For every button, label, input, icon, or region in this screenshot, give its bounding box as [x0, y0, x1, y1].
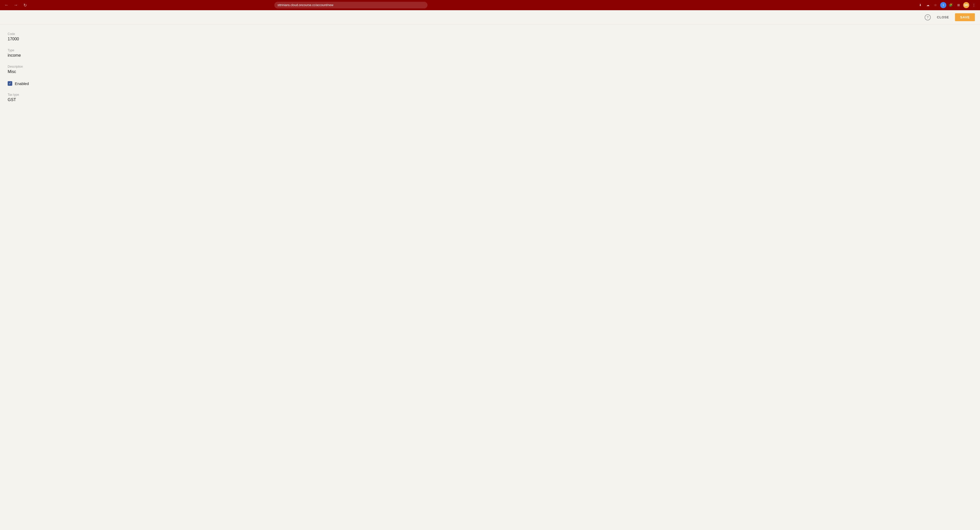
close-button[interactable]: CLOSE — [934, 14, 952, 21]
description-field-group: Description Misc — [8, 65, 972, 74]
bookmarks-icon[interactable]: ☁ — [925, 2, 931, 8]
info-icon[interactable]: i — [940, 2, 946, 8]
star-icon[interactable]: ☆ — [932, 2, 939, 8]
user-avatar[interactable]: bh — [963, 2, 969, 8]
description-value: Misc — [8, 70, 972, 74]
address-bar[interactable] — [274, 2, 428, 8]
code-field-group: Code 17000 — [8, 32, 972, 41]
description-label: Description — [8, 65, 972, 68]
enabled-row: ✓ Enabled — [8, 81, 972, 86]
grid-icon[interactable]: ⊞ — [956, 2, 962, 8]
extensions-icon[interactable]: 🧩 — [948, 2, 954, 8]
code-value: 17000 — [8, 37, 972, 41]
browser-chrome: ← → ↻ ⬇ ☁ ☆ i 🧩 ⊞ bh ⋮ — [0, 0, 980, 10]
tax-type-value: GST — [8, 97, 972, 102]
checkmark-icon: ✓ — [9, 82, 11, 85]
type-field-group: Type income — [8, 48, 972, 58]
enabled-label: Enabled — [15, 81, 29, 86]
save-button[interactable]: SAVE — [955, 13, 975, 21]
browser-actions: ⬇ ☁ ☆ i 🧩 ⊞ bh ⋮ — [917, 2, 977, 8]
tax-type-label: Tax type — [8, 93, 972, 97]
back-button[interactable]: ← — [3, 2, 10, 9]
app-toolbar: ? CLOSE SAVE — [0, 10, 980, 24]
reload-button[interactable]: ↻ — [21, 2, 29, 9]
help-icon[interactable]: ? — [924, 14, 931, 21]
download-icon[interactable]: ⬇ — [917, 2, 923, 8]
code-label: Code — [8, 32, 972, 36]
type-value: income — [8, 53, 972, 58]
forward-button[interactable]: → — [12, 2, 19, 9]
tax-type-field-group: Tax type GST — [8, 93, 972, 102]
menu-icon[interactable]: ⋮ — [971, 2, 977, 8]
form-content: Code 17000 Type income Description Misc … — [0, 24, 980, 530]
type-label: Type — [8, 48, 972, 52]
enabled-checkbox[interactable]: ✓ — [8, 81, 12, 86]
